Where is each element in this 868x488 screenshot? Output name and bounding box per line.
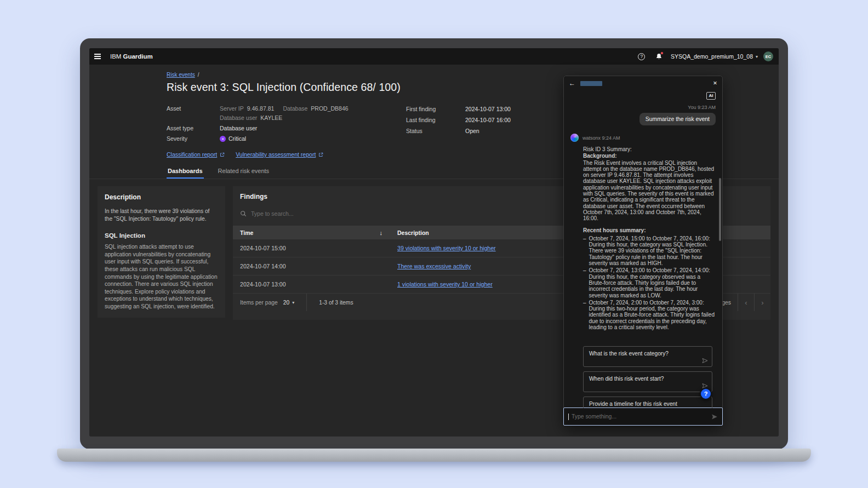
server-ip-value: 9.46.87.81 — [247, 105, 275, 112]
classification-report-link[interactable]: Classification report — [167, 151, 225, 158]
help-icon[interactable]: ? — [636, 50, 648, 62]
database-label: Database — [283, 105, 307, 112]
back-arrow-icon[interactable]: ← — [569, 80, 575, 87]
asset-line-2: Database userKAYLEE — [220, 113, 357, 123]
severity-row: Severity ✕ Critical — [167, 134, 406, 143]
page-background: IBMGuardium ? SYSQA_demo_premium_10_08 ▾ — [0, 0, 868, 488]
pagination-divider — [306, 294, 307, 311]
header-actions: ? SYSQA_demo_premium_10_08 ▾ EC — [636, 50, 773, 62]
send-icon — [702, 358, 708, 364]
chat-message-input[interactable] — [572, 414, 709, 420]
bullet-dash: – — [583, 236, 586, 266]
account-menu[interactable]: SYSQA_demo_premium_10_08 ▾ — [671, 53, 758, 60]
first-finding-value: 2024-10-07 13:00 — [465, 104, 511, 114]
brand-ibm: IBM — [110, 53, 121, 60]
description-body: SQL injection attacks attempt to use app… — [105, 243, 218, 310]
chevron-down-icon: ▾ — [756, 54, 758, 59]
laptop-frame: IBMGuardium ? SYSQA_demo_premium_10_08 ▾ — [80, 38, 788, 449]
external-link-icon — [318, 152, 323, 157]
bullet-text: October 7, 2024, 2:00 to October 7, 2024… — [589, 300, 715, 330]
summary-heading: Risk ID 3 Summary: — [583, 146, 715, 152]
pagination-left: Items per page 20 ▾ 1-3 of 3 items — [233, 294, 353, 311]
first-finding-label: First finding — [406, 104, 465, 114]
details-right-column: First finding 2024-10-07 13:00 Last find… — [406, 104, 511, 145]
finding-time: 2024-10-07 15:00 — [233, 245, 390, 251]
prompt-risk-event-start[interactable]: When did this risk event start? — [583, 371, 712, 392]
breadcrumb-risk-events[interactable]: Risk events — [167, 72, 195, 78]
finding-link[interactable]: 39 violations with severity 10 or higher — [397, 245, 496, 251]
chevron-down-icon: ▾ — [292, 300, 294, 305]
items-per-page-label: Items per page — [240, 300, 278, 306]
items-per-page-value: 20 — [283, 300, 289, 306]
header-left: IBMGuardium — [89, 48, 153, 65]
app-brand: IBMGuardium — [110, 53, 153, 60]
sort-descending-icon: ↓ — [380, 229, 383, 236]
suggested-prompts: What is the risk event category? When di… — [583, 346, 712, 408]
prompt-risk-event-timeline[interactable]: Provide a timeline for this risk event — [583, 397, 712, 408]
database-user-value: KAYLEE — [260, 114, 282, 121]
chat-header: ← ✕ — [564, 76, 722, 90]
tab-related-risk-events[interactable]: Related risk events — [217, 165, 271, 179]
status-value: Open — [465, 126, 479, 136]
details-left-column: Asset Server IP9.46.87.81DatabasePROD_DB… — [167, 104, 406, 145]
bot-message-meta: watsonx 9:24 AM — [583, 135, 620, 141]
previous-page-button[interactable]: ‹ — [738, 294, 754, 311]
finding-time: 2024-10-07 14:00 — [233, 263, 390, 269]
status-label: Status — [406, 126, 465, 136]
description-subtitle: SQL Injection — [105, 232, 218, 239]
vulnerability-report-link[interactable]: Vulnerability assessment report — [236, 151, 323, 158]
background-text: The Risk Event involves a critical SQL i… — [583, 160, 715, 222]
asset-row: Asset Server IP9.46.87.81DatabasePROD_DB… — [167, 104, 406, 123]
critical-severity-icon: ✕ — [220, 136, 226, 142]
bullet-dash: – — [583, 300, 586, 330]
notification-dot — [660, 51, 664, 55]
finding-link[interactable]: There was excessive activity — [397, 263, 471, 269]
finding-link[interactable]: 1 violations with severity 10 or higher — [397, 281, 493, 288]
finding-time: 2024-10-07 13:00 — [233, 281, 390, 288]
help-icon-glyph: ? — [638, 53, 645, 60]
ai-badge: AI — [706, 92, 716, 100]
user-message-meta: You 9:23 AM — [570, 105, 716, 110]
time-column-header[interactable]: Time ↓ — [233, 229, 390, 236]
chat-input-bar — [563, 407, 723, 426]
database-user-label: Database user — [220, 114, 257, 121]
search-input[interactable] — [251, 210, 393, 217]
description-intro: In the last hour, there were 39 violatio… — [105, 208, 218, 222]
close-icon[interactable]: ✕ — [713, 81, 717, 86]
bullet-dash: – — [583, 267, 586, 298]
brand-product: Guardium — [123, 53, 152, 60]
asset-type-label: Asset type — [167, 124, 220, 133]
classification-report-label: Classification report — [167, 151, 217, 158]
database-value: PROD_DB846 — [311, 105, 348, 112]
items-per-page-select[interactable]: 20 ▾ — [283, 300, 294, 306]
send-icon[interactable] — [711, 414, 718, 420]
bullet-text: October 7, 2024, 13:00 to October 7, 202… — [589, 267, 715, 298]
vulnerability-report-label: Vulnerability assessment report — [236, 151, 316, 158]
help-floating-button[interactable]: ? — [700, 388, 712, 400]
last-finding-row: Last finding 2024-10-07 16:00 — [406, 115, 511, 125]
prompt-text: What is the risk event category? — [589, 351, 669, 357]
next-page-button[interactable]: › — [754, 294, 770, 311]
severity-label: Severity — [167, 134, 220, 143]
menu-icon[interactable] — [89, 48, 106, 65]
chat-scrollbar[interactable] — [719, 178, 721, 241]
severity-text: Critical — [229, 134, 246, 143]
laptop-base — [57, 449, 811, 462]
notifications-icon[interactable] — [653, 50, 665, 62]
tab-dashboards[interactable]: Dashboards — [167, 165, 204, 179]
last-finding-label: Last finding — [406, 115, 465, 125]
chat-title-loading — [580, 81, 602, 86]
asset-line-1: Server IP9.46.87.81DatabasePROD_DB846 — [220, 104, 357, 113]
watsonx-avatar — [570, 134, 579, 142]
chat-body: AI You 9:23 AM Summarize the risk event … — [564, 90, 722, 408]
asset-type-value: Database user — [220, 124, 257, 133]
laptop-screen: IBMGuardium ? SYSQA_demo_premium_10_08 ▾ — [89, 48, 779, 437]
search-icon — [240, 210, 247, 217]
breadcrumb-separator: / — [198, 72, 199, 78]
bullet-text: October 7, 2024, 15:00 to October 7, 202… — [589, 236, 715, 266]
severity-value: ✕ Critical — [220, 134, 246, 143]
avatar[interactable]: EC — [763, 51, 773, 61]
prompt-risk-event-category[interactable]: What is the risk event category? — [583, 346, 712, 367]
description-card: Description In the last hour, there were… — [98, 186, 225, 318]
pagination-range: 1-3 of 3 items — [319, 300, 353, 306]
